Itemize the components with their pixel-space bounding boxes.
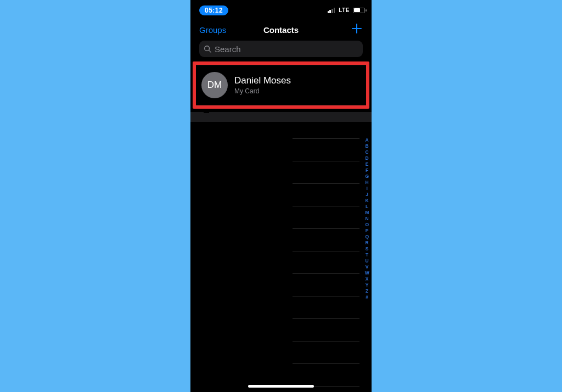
- index-letter[interactable]: B: [366, 143, 369, 149]
- search-placeholder: Search: [215, 44, 241, 54]
- index-letter[interactable]: W: [365, 270, 369, 276]
- index-letter[interactable]: R: [366, 240, 369, 246]
- list-item[interactable]: [293, 319, 359, 341]
- list-item[interactable]: [293, 296, 359, 319]
- index-letter[interactable]: K: [366, 198, 369, 204]
- phone-frame: 05:12 LTE Groups Contacts: [190, 0, 372, 392]
- list-item[interactable]: [293, 184, 359, 206]
- nav-bar: Groups Contacts: [190, 21, 372, 38]
- index-letter[interactable]: Y: [366, 282, 369, 288]
- list-item[interactable]: [293, 251, 359, 274]
- contacts-list[interactable]: ABCDEFGHIJKLMNOPQRSTUVWXYZ#: [190, 122, 372, 392]
- index-letter[interactable]: D: [366, 155, 369, 161]
- index-letter[interactable]: #: [366, 294, 368, 300]
- index-letter[interactable]: S: [366, 246, 369, 252]
- index-letter[interactable]: V: [366, 264, 369, 270]
- search-icon: [204, 45, 211, 53]
- list-item[interactable]: [293, 161, 359, 184]
- index-letter[interactable]: J: [366, 192, 368, 198]
- list-item[interactable]: [293, 364, 359, 387]
- svg-line-1: [209, 51, 211, 53]
- index-letter[interactable]: U: [366, 258, 369, 264]
- section-header: [190, 112, 372, 122]
- list-item[interactable]: [293, 229, 359, 251]
- avatar: DM: [201, 72, 228, 98]
- index-letter[interactable]: G: [365, 173, 369, 180]
- index-letter[interactable]: N: [366, 216, 369, 222]
- network-type-label: LTE: [339, 7, 350, 13]
- list-item[interactable]: [293, 206, 359, 229]
- add-contact-button[interactable]: [351, 23, 363, 37]
- index-letter[interactable]: H: [366, 180, 369, 186]
- list-item[interactable]: [293, 138, 359, 161]
- list-item[interactable]: [293, 341, 359, 364]
- contact-subtitle: My Card: [234, 87, 291, 95]
- index-letter[interactable]: L: [366, 204, 369, 210]
- index-letter[interactable]: A: [366, 137, 369, 143]
- cellular-signal-icon: [328, 8, 335, 13]
- index-letter[interactable]: X: [366, 276, 369, 282]
- index-letter[interactable]: I: [367, 186, 368, 192]
- index-letter[interactable]: Z: [366, 288, 369, 294]
- search-input[interactable]: Search: [199, 41, 363, 57]
- my-card-row[interactable]: DM Daniel Moses My Card: [196, 65, 366, 105]
- index-letter[interactable]: E: [366, 161, 369, 167]
- home-indicator[interactable]: [248, 385, 314, 388]
- index-letter[interactable]: F: [366, 167, 369, 173]
- battery-icon: [353, 8, 365, 13]
- status-bar: 05:12 LTE: [190, 0, 372, 21]
- alphabet-index[interactable]: ABCDEFGHIJKLMNOPQRSTUVWXYZ#: [365, 137, 369, 300]
- status-time-pill: 05:12: [199, 5, 228, 15]
- groups-button[interactable]: Groups: [199, 25, 226, 35]
- contact-name: Daniel Moses: [234, 75, 291, 86]
- page-title: Contacts: [263, 25, 299, 35]
- search-container: Search: [190, 38, 372, 61]
- list-rows: [293, 138, 359, 387]
- index-letter[interactable]: P: [366, 228, 369, 234]
- index-letter[interactable]: C: [366, 149, 369, 155]
- status-bar-right: LTE: [328, 7, 365, 13]
- list-item[interactable]: [293, 274, 359, 296]
- index-letter[interactable]: Q: [365, 234, 369, 240]
- index-letter[interactable]: O: [365, 222, 369, 228]
- index-letter[interactable]: T: [366, 252, 369, 258]
- plus-icon: [351, 23, 363, 35]
- index-letter[interactable]: M: [365, 210, 369, 216]
- my-card-text: Daniel Moses My Card: [234, 75, 291, 95]
- highlight-annotation: DM Daniel Moses My Card: [193, 61, 369, 109]
